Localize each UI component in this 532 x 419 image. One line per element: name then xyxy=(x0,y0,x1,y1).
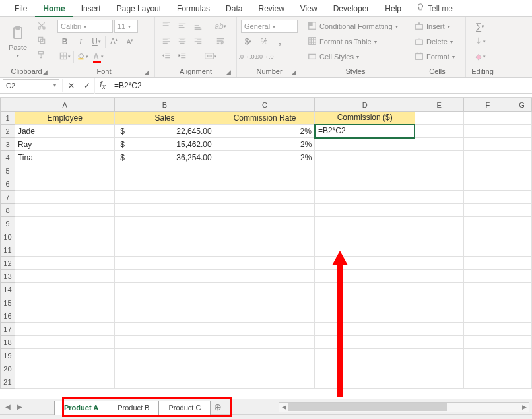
align-right-button[interactable] xyxy=(191,35,205,48)
column-header[interactable]: E xyxy=(415,98,463,112)
cell[interactable] xyxy=(215,164,315,177)
cell[interactable] xyxy=(512,349,532,362)
row-header[interactable]: 4 xyxy=(1,151,15,164)
ribbon-tab-developer[interactable]: Developer xyxy=(325,0,378,17)
cell[interactable] xyxy=(315,323,415,336)
cell[interactable] xyxy=(315,138,415,151)
row-header[interactable]: 12 xyxy=(1,257,15,270)
cell[interactable] xyxy=(415,336,463,349)
column-header[interactable]: D xyxy=(315,98,415,112)
cell[interactable] xyxy=(415,257,463,270)
cell[interactable] xyxy=(415,230,463,243)
cell[interactable] xyxy=(463,323,512,336)
row-header[interactable]: 1 xyxy=(1,112,15,125)
cell[interactable] xyxy=(215,257,315,270)
cell[interactable] xyxy=(463,230,512,243)
cell[interactable] xyxy=(15,362,114,375)
cell[interactable] xyxy=(512,112,532,125)
cell[interactable] xyxy=(415,349,463,362)
align-bottom-button[interactable] xyxy=(191,20,205,33)
cell[interactable] xyxy=(215,362,315,375)
cell[interactable] xyxy=(512,375,532,389)
cell[interactable] xyxy=(463,283,512,296)
sheet-tab-product-c[interactable]: Product C xyxy=(158,401,211,415)
cell[interactable]: $36,254.00 xyxy=(115,151,215,164)
cell[interactable] xyxy=(512,323,532,336)
cell[interactable] xyxy=(15,177,114,191)
sheet-tab-product-b[interactable]: Product B xyxy=(108,401,159,415)
cell[interactable] xyxy=(215,309,315,323)
row-header[interactable]: 20 xyxy=(1,362,15,375)
cell[interactable]: Commission Rate xyxy=(215,112,315,125)
scrollbar-thumb[interactable] xyxy=(288,403,447,411)
row-header[interactable]: 14 xyxy=(1,283,15,296)
cell[interactable]: Jade xyxy=(15,125,114,138)
cell[interactable] xyxy=(415,191,463,204)
cell[interactable] xyxy=(315,191,415,204)
cell[interactable] xyxy=(15,217,114,230)
cell[interactable] xyxy=(15,323,114,336)
format-painter-button[interactable] xyxy=(34,49,49,62)
cell[interactable] xyxy=(415,243,463,257)
wrap-text-button[interactable] xyxy=(213,35,228,48)
ribbon-tab-insert[interactable]: Insert xyxy=(73,0,109,17)
align-top-button[interactable] xyxy=(159,20,174,33)
cell[interactable] xyxy=(15,270,114,283)
cell[interactable] xyxy=(115,230,215,243)
cell[interactable] xyxy=(512,125,532,138)
cell[interactable] xyxy=(512,257,532,270)
format-as-table-button[interactable]: Format as Table▾ xyxy=(306,35,399,48)
cell[interactable] xyxy=(463,375,512,389)
cell[interactable] xyxy=(215,375,315,389)
ribbon-tab-review[interactable]: Review xyxy=(250,0,292,17)
select-all-corner[interactable] xyxy=(1,98,15,112)
cell[interactable] xyxy=(15,243,114,257)
number-format-select[interactable]: General▾ xyxy=(241,20,298,33)
bold-button[interactable]: B xyxy=(57,35,72,48)
cell[interactable] xyxy=(463,217,512,230)
cell[interactable] xyxy=(415,309,463,323)
cell[interactable] xyxy=(115,336,215,349)
cell[interactable]: 2% xyxy=(215,125,315,138)
cell[interactable] xyxy=(215,336,315,349)
delete-cells-button[interactable]: Delete▾ xyxy=(413,35,456,48)
row-header[interactable]: 21 xyxy=(1,375,15,389)
cell[interactable] xyxy=(463,164,512,177)
cell[interactable] xyxy=(415,375,463,389)
cell[interactable] xyxy=(512,283,532,296)
cell[interactable] xyxy=(115,309,215,323)
cell[interactable] xyxy=(463,151,512,164)
cell[interactable] xyxy=(115,257,215,270)
cell[interactable]: Sales xyxy=(115,112,215,125)
cell[interactable] xyxy=(415,270,463,283)
cell[interactable] xyxy=(463,243,512,257)
accounting-format-button[interactable]: $▾ xyxy=(241,35,255,48)
cell[interactable] xyxy=(15,191,114,204)
dialog-launcher-icon[interactable]: ◢ xyxy=(43,69,48,75)
autosum-button[interactable]: ∑▾ xyxy=(470,20,490,33)
cell[interactable] xyxy=(15,283,114,296)
cell[interactable] xyxy=(215,283,315,296)
ribbon-tab-home[interactable]: Home xyxy=(35,0,73,17)
cell[interactable] xyxy=(463,349,512,362)
cell[interactable] xyxy=(315,177,415,191)
align-center-button[interactable] xyxy=(175,35,189,48)
insert-function-button[interactable]: fx xyxy=(94,78,110,94)
cell[interactable] xyxy=(315,309,415,323)
row-header[interactable]: 18 xyxy=(1,336,15,349)
cell[interactable] xyxy=(115,243,215,257)
cell[interactable] xyxy=(512,336,532,349)
cell[interactable]: $15,462.00 xyxy=(115,138,215,151)
cell[interactable] xyxy=(15,296,114,309)
cell[interactable]: Employee xyxy=(15,112,114,125)
enter-formula-button[interactable]: ✓ xyxy=(79,78,94,94)
row-header[interactable]: 13 xyxy=(1,270,15,283)
shrink-font-button[interactable]: A▾ xyxy=(123,35,137,48)
row-header[interactable]: 3 xyxy=(1,138,15,151)
cell[interactable] xyxy=(215,296,315,309)
cell[interactable] xyxy=(315,257,415,270)
increase-decimal-button[interactable]: .0→.00 xyxy=(241,50,255,63)
cell[interactable]: 2% xyxy=(215,138,315,151)
cell[interactable] xyxy=(463,138,512,151)
italic-button[interactable]: I xyxy=(73,35,88,48)
